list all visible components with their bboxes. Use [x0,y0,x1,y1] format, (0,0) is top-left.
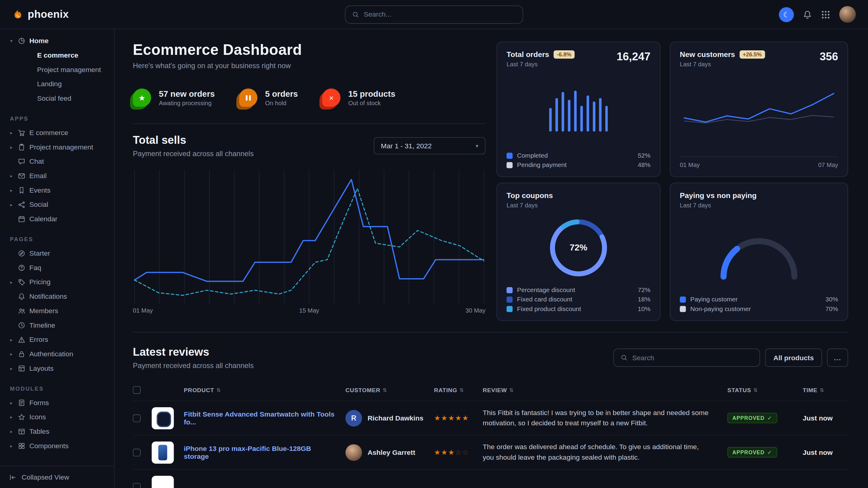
latest-reviews-title: Latest reviews [133,346,254,358]
review-text: The order was delivered ahead of schedul… [483,442,727,463]
caret-right-icon: ▸ [9,415,14,420]
sidebar-item-email[interactable]: ▸Email [5,169,108,183]
legend-label: Pending payment [517,162,566,168]
column-header-product[interactable]: PRODUCT⇅ [184,387,345,393]
product-thumbnail [152,441,174,463]
legend-value: 10% [638,305,650,312]
sidebar-item-icons[interactable]: ▸Icons [5,410,108,424]
star-icon: ★ [455,414,461,422]
star-icon: ★ [441,414,447,422]
legend-value: 18% [638,296,650,303]
caret-right-icon: ▸ [9,429,14,434]
row-checkbox[interactable] [133,449,141,456]
sidebar-item-pricing[interactable]: ▸Pricing [5,275,108,289]
product-link[interactable]: iPhone 13 pro max-Pacific Blue-128GB sto… [184,445,345,460]
dashboard-left-column: Ecommerce Dashboard Here's what's going … [133,42,486,321]
user-avatar[interactable] [839,6,856,23]
customer-cell: Ashley Garrett [345,444,434,461]
bar [568,99,570,131]
total-sells-titles: Total sells Payment received across all … [133,134,254,158]
reviews-search[interactable] [614,349,760,367]
row-checkbox[interactable] [133,483,141,488]
card-header: New customers +26.5% Last 7 days 356 [680,50,838,67]
sidebar-subitem-project-management[interactable]: Project management [5,62,108,77]
column-header-label: CUSTOMER [345,387,380,393]
row-checkbox[interactable] [133,414,141,422]
sidebar-item-project-management[interactable]: ▸Project management [5,140,108,154]
sidebar-item-members[interactable]: Members [5,304,108,318]
notifications-bell-button[interactable] [803,10,812,19]
sidebar-item-label: Home [29,37,49,45]
bar [562,92,564,131]
main-content: Ecommerce Dashboard Here's what's going … [115,29,868,488]
sidebar-item-errors[interactable]: ▸Errors [5,332,108,347]
column-header-status[interactable]: STATUS⇅ [727,387,803,393]
apps-grid-button[interactable] [821,10,830,19]
bell-icon [803,10,812,19]
star-icon: ★ [448,414,454,422]
sidebar-subitem-e-commerce[interactable]: E commerce [5,48,108,63]
card-title: Paying vs non paying [680,191,757,200]
column-header-review[interactable]: REVIEW⇅ [483,387,727,393]
select-all-checkbox[interactable] [133,386,141,394]
stat-15-products: ×15 productsOut of stock [322,89,395,107]
date-range-select[interactable]: Mar 1 - 31, 2022 ▾ [374,137,486,154]
question-icon [18,264,26,272]
sidebar-item-authentication[interactable]: ▸Authentication [5,347,108,361]
more-options-button[interactable]: ... [827,349,848,367]
delta-badge: +26.5% [740,50,765,59]
column-header-time[interactable]: TIME⇅ [803,387,848,393]
search-icon [352,11,359,18]
product-link[interactable]: Fitbit Sense Advanced Smartwatch with To… [184,410,345,426]
column-header-label: RATING [434,387,457,393]
reviews-controls: All products ... [614,349,848,367]
column-header-rating[interactable]: RATING⇅ [434,387,483,393]
sidebar-item-timeline[interactable]: Timeline [5,318,108,332]
sidebar-item-e-commerce[interactable]: ▸E commerce [5,126,108,140]
column-header-customer[interactable]: CUSTOMER⇅ [345,387,434,393]
card-value: 16,247 [617,50,650,63]
column-header-label: PRODUCT [184,387,214,393]
navbar-search[interactable] [345,5,523,24]
x-axis-label: 07 May [818,162,838,168]
sidebar-subitem-landing[interactable]: Landing [5,77,108,91]
all-products-button[interactable]: All products [765,349,822,367]
collapsed-view-toggle[interactable]: Collapsed View [0,466,114,488]
sidebar-item-notifications[interactable]: Notifications [5,289,108,304]
sidebar-subitem-social-feed[interactable]: Social feed [5,91,108,106]
sidebar-item-layouts[interactable]: ▸Layouts [5,361,108,376]
brand[interactable]: phoenix [10,7,69,22]
stat-caption: Out of stock [348,99,395,106]
sidebar-item-faq[interactable]: Faq [5,261,108,275]
sidebar-item-calendar[interactable]: Calendar [5,212,108,226]
column-header-label: STATUS [727,387,751,393]
sidebar-item-forms[interactable]: ▸Forms [5,395,108,410]
card-header-left: Top coupons Last 7 days [506,191,553,208]
collapsed-view-label: Collapsed View [22,473,69,481]
stat-pause-icon [239,89,257,107]
dashboard-top-section: Ecommerce Dashboard Here's what's going … [133,42,848,321]
sidebar-item-components[interactable]: ▸Components [5,439,108,453]
reviews-search-input[interactable] [632,354,753,362]
customer-name: Richard Dawkins [368,414,424,422]
sidebar-item-tables[interactable]: ▸Tables [5,424,108,439]
search-icon-slot [352,11,359,18]
calendar-icon [18,215,26,223]
sidebar-item-events[interactable]: ▸Events [5,183,108,198]
sidebar-item-chat[interactable]: Chat [5,154,108,169]
sidebar-item-home[interactable]: ▾Home [5,34,108,48]
theme-toggle-button[interactable]: ☾ [779,7,794,22]
search-input[interactable] [364,10,516,19]
legend-color-chip [506,153,513,159]
star-icon: ★ [434,414,440,422]
legend-label: Percentage discount [517,287,575,293]
stats-row: ★57 new ordersAwating processing5 orders… [133,89,486,107]
sidebar-item-starter[interactable]: Starter [5,246,108,261]
gauge-chart-area [680,208,838,296]
sidebar-item-social[interactable]: ▸Social [5,197,108,212]
product-cell: iPhone 13 pro max-Pacific Blue-128GB sto… [184,445,345,460]
sidebar-item-label: Icons [29,413,46,421]
legend-item: Percentage discount72% [506,287,650,293]
status-badge: APPROVED✓ [727,413,777,423]
table-row: iPhone 13 pro max-Pacific Blue-128GB sto… [133,435,848,469]
